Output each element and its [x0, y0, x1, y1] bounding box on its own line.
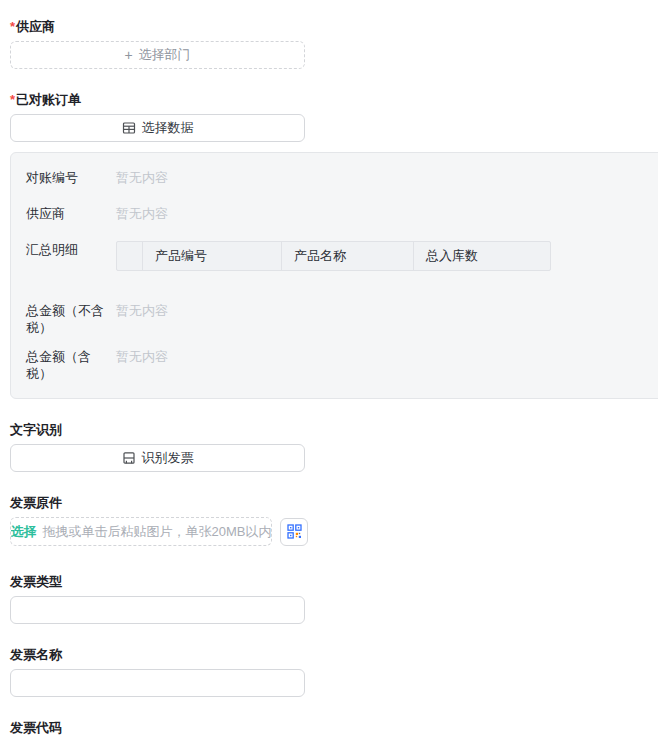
- select-department-label: 选择部门: [139, 46, 191, 64]
- invoice-upload-row: 选择 拖拽或单击后粘贴图片，单张20MB以内: [10, 517, 658, 546]
- database-table-icon: [122, 121, 136, 135]
- supplier-label: * 供应商: [10, 20, 658, 34]
- table-header-product-name: 产品名称: [282, 242, 414, 270]
- amount-incl-tax-value: 暂无内容: [116, 348, 168, 382]
- upload-select-link[interactable]: 选择: [11, 523, 37, 541]
- invoice-name-input[interactable]: [10, 669, 305, 697]
- select-department-button[interactable]: + 选择部门: [10, 41, 305, 69]
- summary-row: 对账编号 暂无内容: [26, 169, 658, 186]
- required-asterisk: *: [10, 93, 15, 107]
- amount-incl-tax-label: 总金额（含税）: [26, 348, 116, 382]
- summary-detail-row: 汇总明细 产品编号 产品名称 总入库数: [26, 241, 658, 271]
- invoice-receipt-icon: [122, 451, 136, 465]
- invoice-type-input[interactable]: [10, 596, 305, 624]
- table-header-total-inbound: 总入库数: [414, 242, 550, 270]
- invoice-name-label: 发票名称: [10, 648, 658, 662]
- summary-row: 供应商 暂无内容: [26, 205, 658, 222]
- recognize-invoice-label: 识别发票: [142, 449, 194, 467]
- amount-excl-tax-row: 总金额（不含税） 暂无内容: [26, 302, 658, 336]
- invoice-code-label: 发票代码: [10, 721, 658, 735]
- select-data-label: 选择数据: [142, 119, 194, 137]
- recon-number-value: 暂无内容: [116, 169, 168, 186]
- detail-table: 产品编号 产品名称 总入库数: [116, 241, 551, 271]
- scan-qr-button[interactable]: [280, 518, 308, 546]
- required-asterisk: *: [10, 20, 15, 34]
- supplier-readonly-value: 暂无内容: [116, 205, 168, 222]
- plus-icon: +: [124, 48, 132, 62]
- recognize-invoice-button[interactable]: 识别发票: [10, 444, 305, 472]
- recon-number-label: 对账编号: [26, 169, 116, 186]
- reconciled-order-label: * 已对账订单: [10, 93, 658, 107]
- upload-hint-text: 拖拽或单击后粘贴图片，单张20MB以内: [43, 523, 272, 541]
- select-data-button[interactable]: 选择数据: [10, 114, 305, 142]
- table-header-product-number: 产品编号: [143, 242, 282, 270]
- amount-excl-tax-label: 总金额（不含税）: [26, 302, 116, 336]
- reconciliation-summary-panel: 对账编号 暂无内容 供应商 暂无内容 汇总明细 产品编号 产品名称 总入库数 总…: [10, 152, 658, 399]
- table-checkbox-column: [117, 242, 143, 270]
- invoice-type-label: 发票类型: [10, 575, 658, 589]
- detail-label: 汇总明细: [26, 241, 116, 271]
- ocr-label: 文字识别: [10, 423, 658, 437]
- invoice-original-label: 发票原件: [10, 496, 658, 510]
- invoice-upload-dropzone[interactable]: 选择 拖拽或单击后粘贴图片，单张20MB以内: [10, 517, 272, 546]
- amount-incl-tax-row: 总金额（含税） 暂无内容: [26, 348, 658, 382]
- supplier-readonly-label: 供应商: [26, 205, 116, 222]
- amount-excl-tax-value: 暂无内容: [116, 302, 168, 336]
- qr-code-icon: [287, 524, 302, 539]
- invoice-form: * 供应商 + 选择部门 * 已对账订单 选择数据 对账编号 暂无内容 供应商 …: [0, 0, 658, 735]
